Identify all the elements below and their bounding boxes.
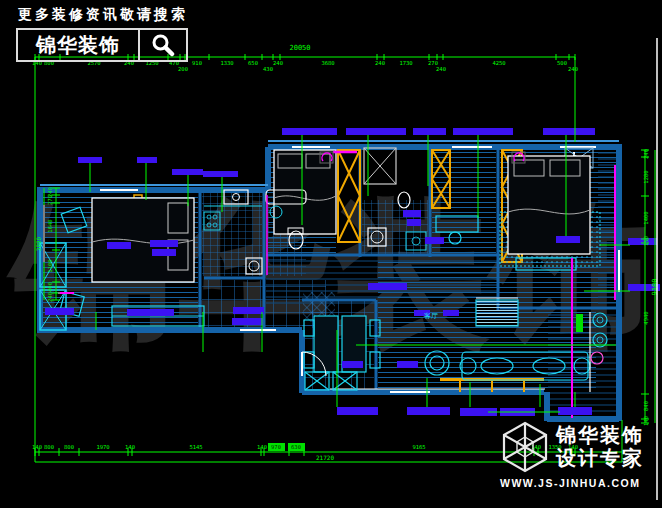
svg-text:800: 800 [44,444,54,450]
svg-text:200: 200 [178,66,188,72]
header-brand-name: 锦华装饰 [18,30,140,60]
dim-right-total: 9180 [651,279,659,296]
dim-left-total: 3880 [35,236,42,251]
svg-text:1280: 1280 [643,170,649,183]
svg-text:4250: 4250 [492,60,505,66]
header-brand-box: 锦华装饰 [16,28,188,62]
footer-website: WWW.JS-JINHUA.COM [500,477,662,489]
dim-top-total: 20050 [289,44,310,52]
footer-brand-subtitle: 设计专家 [556,447,644,470]
svg-text:630: 630 [291,444,301,450]
svg-text:400: 400 [47,282,53,292]
svg-text:970: 970 [271,444,281,450]
magnifier-icon [151,33,175,57]
svg-text:800: 800 [64,444,74,450]
svg-text:9165: 9165 [412,444,425,450]
svg-text:240: 240 [643,149,649,159]
room-label-living: 客厅 [424,312,438,319]
svg-text:3680: 3680 [321,60,334,66]
svg-text:430: 430 [263,66,273,72]
svg-text:1100: 1100 [47,259,53,272]
svg-text:140: 140 [125,444,135,450]
footer-logo: 锦华装饰 设计专家 WWW.JS-JINHUA.COM [500,420,662,489]
svg-text:240: 240 [47,292,53,302]
svg-text:240: 240 [375,60,385,66]
svg-text:240: 240 [273,60,283,66]
svg-text:4940: 4940 [643,311,649,324]
dim-bottom-total: 21720 [316,454,334,461]
svg-text:1400: 1400 [643,211,649,224]
svg-text:240: 240 [436,66,446,72]
svg-text:1970: 1970 [96,444,109,450]
svg-text:150: 150 [643,236,649,246]
svg-text:650: 650 [248,60,258,66]
svg-text:500: 500 [557,60,567,66]
svg-text:5145: 5145 [189,444,202,450]
svg-text:1330: 1330 [220,60,233,66]
svg-text:1730: 1730 [399,60,412,66]
search-cell [140,30,186,60]
svg-text:1640: 1640 [47,219,53,232]
header-tagline: 更多装修资讯敬请搜索 [18,6,188,24]
cad-screenshot: 锦华装饰 [0,0,662,508]
svg-text:240: 240 [568,66,578,72]
svg-text:140: 140 [257,444,267,450]
svg-text:140: 140 [32,444,42,450]
svg-text:270: 270 [47,195,53,205]
cube-logo-icon [500,420,550,474]
footer-brand-name: 锦华装饰 [556,424,644,447]
svg-text:840: 840 [643,401,649,411]
svg-text:910: 910 [192,60,202,66]
